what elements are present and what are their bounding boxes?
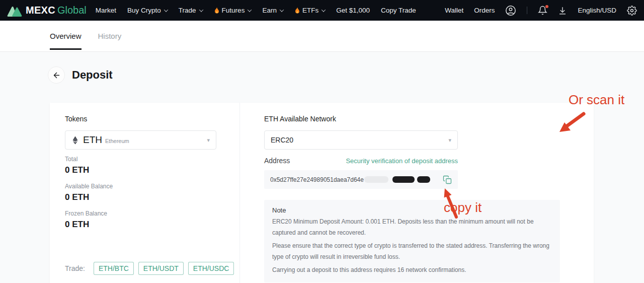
nav-market[interactable]: Market xyxy=(96,7,116,14)
nav-wallet[interactable]: Wallet xyxy=(445,7,463,14)
note-title: Note xyxy=(272,206,552,214)
nav-futures[interactable]: Futures xyxy=(214,7,252,14)
language-currency-switch[interactable]: English/USD xyxy=(578,7,616,14)
arrow-left-icon xyxy=(52,71,61,80)
tokens-label: Tokens xyxy=(65,115,239,123)
fire-icon xyxy=(214,7,220,14)
tab-overview[interactable]: Overview xyxy=(50,21,82,51)
mexc-logo[interactable]: MEXC Global xyxy=(7,5,87,17)
security-verification-link[interactable]: Security verification of deposit address xyxy=(346,157,458,165)
balance-label: Frozen Balance xyxy=(65,210,239,217)
nav-earn[interactable]: Earn xyxy=(262,7,283,14)
nav-copy-trade[interactable]: Copy Trade xyxy=(381,7,416,14)
copy-icon xyxy=(443,175,452,184)
top-navbar: MEXC Global Market Buy Crypto Trade Futu… xyxy=(0,0,644,21)
brand-name: MEXC xyxy=(26,5,55,16)
address-redaction xyxy=(417,176,430,183)
ethereum-icon xyxy=(71,136,79,145)
note-line: Carrying out a deposit to this address r… xyxy=(272,264,552,275)
tab-history[interactable]: History xyxy=(98,21,122,51)
page-title: Deposit xyxy=(72,68,113,82)
network-select[interactable]: ERC20 ▾ xyxy=(264,130,458,150)
nav-buy-crypto[interactable]: Buy Crypto xyxy=(127,7,168,14)
notification-dot xyxy=(545,5,548,8)
title-row: Deposit xyxy=(48,66,644,84)
balance-value: 0 ETH xyxy=(65,165,239,175)
download-icon[interactable] xyxy=(558,6,567,15)
chevron-down-icon xyxy=(321,8,326,12)
chevron-down-icon xyxy=(248,8,252,12)
nav-get-1000[interactable]: Get $1,000 xyxy=(336,7,370,14)
trade-row: Trade: ETH/BTC ETH/USDT ETH/USDC xyxy=(65,262,239,275)
copy-address-button[interactable] xyxy=(443,175,452,184)
balance-label: Available Balance xyxy=(65,183,239,190)
token-select[interactable]: ETH Ethereum ▾ xyxy=(65,130,216,150)
balance-label: Total xyxy=(65,156,239,163)
nav-orders[interactable]: Orders xyxy=(474,7,495,14)
fire-icon xyxy=(294,7,300,14)
main-menu: Market Buy Crypto Trade Futures Earn ETF… xyxy=(96,7,416,14)
network-name: ERC20 xyxy=(271,136,293,144)
address-redaction xyxy=(364,176,388,183)
wallet-subnav: Overview History xyxy=(0,21,644,52)
chevron-down-icon xyxy=(164,8,168,12)
back-button[interactable] xyxy=(48,66,65,84)
divider xyxy=(527,7,527,14)
caret-down-icon: ▾ xyxy=(207,137,210,144)
note-box: Note ERC20 Minimum Deposit Amount: 0.001… xyxy=(264,200,560,282)
network-label: ETH Available Network xyxy=(264,115,594,123)
caret-down-icon: ▾ xyxy=(448,137,451,144)
address-redaction xyxy=(392,176,415,183)
deposit-card: Tokens ETH Ethereum ▾ Total 0 ETH Availa… xyxy=(50,103,594,283)
trade-label: Trade: xyxy=(65,264,85,272)
navbar-right: Wallet Orders English/USD xyxy=(445,5,637,16)
address-label: Address xyxy=(264,157,290,165)
balance-value: 0 ETH xyxy=(65,220,239,230)
user-icon[interactable] xyxy=(505,5,516,16)
address-row: Address Security verification of deposit… xyxy=(264,157,458,165)
trade-pair-eth-usdt[interactable]: ETH/USDT xyxy=(138,262,184,275)
trade-pair-eth-usdc[interactable]: ETH/USDC xyxy=(188,262,234,275)
note-line: Please ensure that the correct type of c… xyxy=(272,240,552,262)
trade-pair-eth-btc[interactable]: ETH/BTC xyxy=(94,262,134,275)
nav-etfs[interactable]: ETFs xyxy=(294,7,325,14)
chevron-down-icon xyxy=(199,8,203,12)
deposit-address: 0x5d27ffe27e24989051daea7d64e xyxy=(270,176,364,183)
deposit-address-box: 0x5d27ffe27e24989051daea7d64e xyxy=(264,170,458,189)
nav-trade[interactable]: Trade xyxy=(179,7,203,14)
chevron-down-icon xyxy=(280,8,284,12)
network-panel: ETH Available Network ERC20 ▾ Address Se… xyxy=(240,103,594,283)
mexc-logo-icon xyxy=(7,5,22,17)
token-panel: Tokens ETH Ethereum ▾ Total 0 ETH Availa… xyxy=(50,103,240,283)
balance-value: 0 ETH xyxy=(65,192,239,202)
gear-icon[interactable] xyxy=(627,6,637,16)
note-line: ERC20 Minimum Deposit Amount: 0.001 ETH.… xyxy=(272,216,552,238)
brand-suffix: Global xyxy=(57,5,87,16)
bell-icon[interactable] xyxy=(538,6,547,15)
token-symbol: ETH xyxy=(83,134,102,146)
token-name: Ethereum xyxy=(105,138,129,144)
